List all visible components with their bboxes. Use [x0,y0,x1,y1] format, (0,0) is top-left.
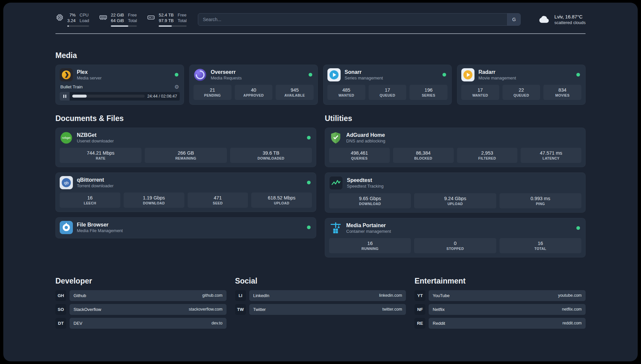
bookmark-url: youtube.com [558,293,582,298]
pause-button[interactable] [60,92,70,101]
bookmark-name: Github [74,293,86,298]
app-card-portainer[interactable]: Media Portainer Container management 16R… [325,218,586,258]
memory-free-label: Free [128,13,137,18]
section-media: Media Plex Media server [55,51,586,105]
stat-box: 16RUNNING [329,238,411,253]
app-card-overseerr[interactable]: Overseerr Media Requests 21PENDING 40APP… [189,65,318,105]
filebrowser-icon [60,221,73,234]
search-input[interactable] [198,14,507,25]
status-dot [175,73,178,76]
topbar-divider [55,33,586,34]
app-subtitle: Container management [346,229,391,234]
sonarr-icon [327,68,341,81]
bookmark-name: YouTube [433,293,449,298]
section-title-social: Social [235,277,406,286]
bookmark-abbr: GH [55,290,66,301]
status-dot [307,136,311,139]
bookmark-twitter[interactable]: TW Twittertwitter.com [235,304,406,315]
memory-total-label: Total [128,18,137,24]
section-social: Social LI LinkedInlinkedin.com TW Twitte… [235,277,406,315]
bookmark-youtube[interactable]: YT YouTubeyoutube.com [414,290,586,301]
stat-box: 47.571 msLATENCY [521,148,581,163]
svg-text:qb: qb [64,180,69,185]
nzbget-icon: nzbget [60,131,73,144]
disk-progress-bar [159,25,187,27]
stat-box: 1.19 GbpsDOWNLOAD [124,193,184,208]
bookmark-url: github.com [202,293,223,298]
bookmark-abbr: LI [235,290,246,301]
bookmark-abbr: RE [414,318,425,329]
status-dot [576,73,580,76]
disk-icon [147,13,155,22]
search-bar: G [198,13,521,26]
bookmark-stackoverflow[interactable]: SO StackOverflowstackoverflow.com [55,304,227,315]
bookmark-dev[interactable]: DT DEVdev.to [55,318,227,329]
stat-box: 618.52 MbpsUPLOAD [251,193,312,208]
memory-free-value: 22 GiB [111,13,124,18]
memory-total-value: 64 GiB [111,18,124,24]
app-card-qbittorrent[interactable]: qb qBittorrent Torrent downloader 16LEEC… [55,172,316,212]
stat-box: 40APPROVED [235,85,273,100]
app-subtitle: Series management [345,76,383,80]
memory-icon [99,13,107,22]
app-card-filebrowser[interactable]: File Browser Media File Management [55,217,316,238]
dashboard-panel: 7% 3.24 CPU Load [3,3,638,361]
settings-gear-icon[interactable]: ⚙ [174,84,179,90]
bookmark-name: DEV [74,321,82,326]
bookmark-github[interactable]: GH Githubgithub.com [55,290,227,301]
qbittorrent-icon: qb [60,176,73,189]
bookmark-netflix[interactable]: NF Netflixnetflix.com [414,304,586,315]
stat-box: 9.24 GbpsUPLOAD [414,193,496,208]
bookmark-reddit[interactable]: RE Redditreddit.com [414,318,586,329]
stat-box: 834MOVIES [543,85,581,100]
cpu-usage-label: CPU [79,13,88,18]
weather-location: Lviv, 16.87°C [554,14,586,19]
app-card-adguard[interactable]: AdGuard Home DNS and adblocking 498,461Q… [325,128,586,167]
stat-box: 39.6 TBDOWNLOADED [230,148,312,163]
app-subtitle: Torrent downloader [77,183,113,188]
cpu-usage-value: 7% [70,13,76,18]
stat-box: 196SERIES [410,85,447,100]
adguard-icon [329,131,342,144]
memory-progress-bar [111,25,137,27]
app-subtitle: Movie management [478,76,516,80]
radarr-icon [461,68,474,81]
stat-box: 86,384BLOCKED [393,148,454,163]
google-search-button[interactable]: G [507,14,520,25]
bookmark-abbr: DT [55,318,66,329]
section-documents: Documents & Files nzbget NZBGet U [55,114,316,238]
weather-widget[interactable]: Lviv, 16.87°C scattered clouds [538,13,586,26]
cloud-icon [538,13,550,26]
bookmark-abbr: NF [414,304,425,315]
stat-box: 0.993 msPING [500,193,581,208]
stat-box: 485WANTED [327,85,365,100]
app-subtitle: Media Requests [211,76,242,80]
weather-condition: scattered clouds [554,20,586,25]
app-card-nzbget[interactable]: nzbget NZBGet Usenet downloader 744.21 M… [55,128,316,167]
memory-widget: 22 GiB 64 GiB Free Total [99,13,137,27]
app-name: Plex [77,69,102,75]
bookmark-abbr: YT [414,290,425,301]
playback-progress-track[interactable] [72,95,145,98]
section-title-media: Media [55,51,586,60]
portainer-icon [329,222,342,235]
app-card-speedtest[interactable]: Speedtest Speedtest Tracking 9.65 GbpsDO… [325,172,586,213]
stat-box: 498,461QUERIES [329,148,390,163]
app-name: Speedtest [347,177,383,183]
app-name: File Browser [77,222,123,228]
app-name: AdGuard Home [346,132,385,138]
bookmark-name: Twitter [253,307,266,312]
app-name: qBittorrent [77,177,113,183]
topbar: 7% 3.24 CPU Load [55,13,586,27]
app-subtitle: Media File Management [77,228,123,233]
bookmark-linkedin[interactable]: LI LinkedInlinkedin.com [235,290,406,301]
app-card-plex[interactable]: Plex Media server Bullet Train ⚙ 24:44 /… [55,65,184,105]
status-dot [443,73,446,76]
stat-box: 16TOTAL [500,238,581,253]
app-card-radarr[interactable]: Radarr Movie management 17WANTED 22QUEUE… [457,65,586,105]
app-card-sonarr[interactable]: Sonarr Series management 485WANTED 17QUE… [323,65,452,105]
disk-total-label: Total [178,18,187,24]
svg-text:nzbget: nzbget [62,136,71,139]
stat-box: 266 GBREMAINING [145,148,227,163]
bookmark-name: StackOverflow [74,307,101,312]
